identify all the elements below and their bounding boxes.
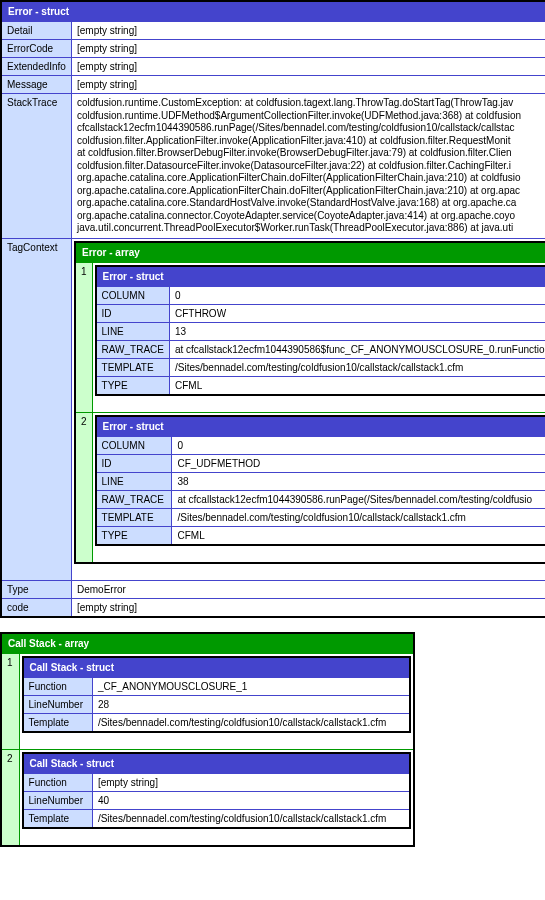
value-code: [empty string] [71,598,545,617]
callstack-idx-2: 2 [1,749,19,846]
cs2-value-template: /Sites/bennadel.com/testing/coldfusion10… [92,809,410,828]
label-tagcontext: TagContext [1,238,71,580]
cs1-value-function: _CF_ANONYMOUSCLOSURE_1 [92,677,410,695]
tc2-label-line: LINE [96,472,172,490]
tagcontext-array-header: Error - array [75,242,545,263]
callstack-struct-2: Call Stack - struct Function[empty strin… [22,752,411,829]
callstack-struct-1-header: Call Stack - struct [23,657,410,678]
cs1-label-linenumber: LineNumber [23,695,93,713]
tc2-label-column: COLUMN [96,436,172,454]
callstack-item-2: Call Stack - struct Function[empty strin… [19,749,414,846]
tc2-label-id: ID [96,454,172,472]
value-detail: [empty string] [71,22,545,40]
cs2-value-linenumber: 40 [92,791,410,809]
label-extendedinfo: ExtendedInfo [1,58,71,76]
label-code: code [1,598,71,617]
tc2-label-rawtrace: RAW_TRACE [96,490,172,508]
tc2-label-template: TEMPLATE [96,508,172,526]
cs2-label-linenumber: LineNumber [23,791,93,809]
value-tagcontext: Error - array 1 Error - struct COLUMN0 [71,238,545,580]
callstack-struct-1: Call Stack - struct Function_CF_ANONYMOU… [22,656,411,733]
tc2-value-template: /Sites/bennadel.com/testing/coldfusion10… [172,508,545,526]
tc1-value-template: /Sites/bennadel.com/testing/coldfusion10… [169,358,545,376]
cs2-label-function: Function [23,773,93,791]
tc2-value-type: CFML [172,526,545,545]
callstack-array: Call Stack - array 1 Call Stack - struct… [0,632,415,847]
tc2-value-line: 38 [172,472,545,490]
tc1-value-rawtrace: at cfcallstack12ecfm1044390586$func_CF_A… [169,340,545,358]
tc1-label-rawtrace: RAW_TRACE [96,340,170,358]
tc2-value-id: CF_UDFMETHOD [172,454,545,472]
label-message: Message [1,76,71,94]
tagcontext-struct-2: Error - struct COLUMN0 IDCF_UDFMETHOD LI… [95,415,545,546]
value-message: [empty string] [71,76,545,94]
error-struct: Error - struct Detail [empty string] Err… [0,0,545,618]
tc1-value-id: CFTHROW [169,304,545,322]
tagcontext-array: Error - array 1 Error - struct COLUMN0 [74,241,545,564]
tc1-value-type: CFML [169,376,545,395]
tc2-value-column: 0 [172,436,545,454]
tc1-value-line: 13 [169,322,545,340]
value-type: DemoError [71,580,545,598]
error-struct-header: Error - struct [1,1,545,22]
label-stacktrace: StackTrace [1,94,71,239]
tc2-label-type: TYPE [96,526,172,545]
tc1-label-type: TYPE [96,376,170,395]
callstack-idx-1: 1 [1,653,19,749]
label-detail: Detail [1,22,71,40]
tc1-label-line: LINE [96,322,170,340]
tc1-label-id: ID [96,304,170,322]
tagcontext-struct-1-header: Error - struct [96,266,545,287]
tc1-value-column: 0 [169,286,545,304]
value-errorcode: [empty string] [71,40,545,58]
tc1-label-template: TEMPLATE [96,358,170,376]
tagcontext-struct-2-header: Error - struct [96,416,545,437]
label-type: Type [1,580,71,598]
cs1-label-function: Function [23,677,93,695]
tagcontext-struct-1: Error - struct COLUMN0 IDCFTHROW LINE13 … [95,265,545,396]
tc2-value-rawtrace: at cfcallstack12ecfm1044390586.runPage(/… [172,490,545,508]
tagcontext-idx-2: 2 [75,412,92,563]
callstack-array-header: Call Stack - array [1,633,414,654]
tagcontext-item-2: Error - struct COLUMN0 IDCF_UDFMETHOD LI… [92,412,545,563]
label-errorcode: ErrorCode [1,40,71,58]
value-extendedinfo: [empty string] [71,58,545,76]
callstack-struct-2-header: Call Stack - struct [23,753,410,774]
cs2-value-function: [empty string] [92,773,410,791]
cs1-value-template: /Sites/bennadel.com/testing/coldfusion10… [92,713,410,732]
tc1-label-column: COLUMN [96,286,170,304]
callstack-item-1: Call Stack - struct Function_CF_ANONYMOU… [19,653,414,749]
cs1-value-linenumber: 28 [92,695,410,713]
cs2-label-template: Template [23,809,93,828]
value-stacktrace: coldfusion.runtime.CustomException: at c… [71,94,545,239]
tagcontext-idx-1: 1 [75,262,92,412]
tagcontext-item-1: Error - struct COLUMN0 IDCFTHROW LINE13 … [92,262,545,412]
cs1-label-template: Template [23,713,93,732]
